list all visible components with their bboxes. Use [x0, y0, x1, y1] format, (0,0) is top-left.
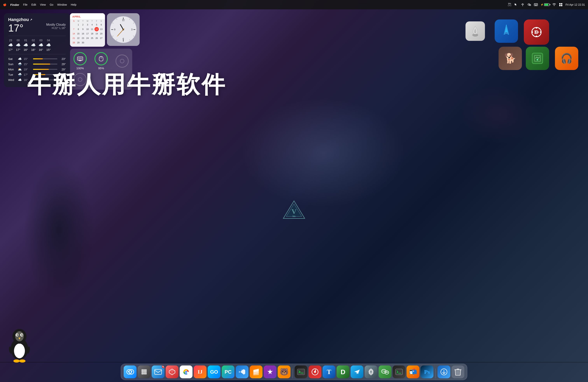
- mouse-battery: 95%: [94, 52, 108, 70]
- file-menu[interactable]: File: [23, 3, 28, 6]
- device3-battery: [116, 54, 129, 68]
- forecast-sun: Sun 🌧️ 15° 29°: [8, 62, 66, 66]
- dock-mail[interactable]: 41: [152, 365, 165, 378]
- mail-badge: 41: [162, 365, 165, 368]
- svg-point-4: [529, 4, 529, 5]
- help-menu[interactable]: Help: [71, 3, 76, 6]
- weather-hour-0: 23 ☁️ 17°: [8, 39, 13, 51]
- dock-wechat[interactable]: [378, 365, 391, 378]
- device4-battery: [74, 73, 87, 86]
- svg-point-5: [530, 5, 530, 5]
- dock-dash[interactable]: D: [336, 365, 349, 378]
- weather-hour-3: 02 ☁️ 16°: [31, 39, 36, 51]
- dock-starred[interactable]: [264, 365, 276, 378]
- svg-point-104: [383, 371, 384, 372]
- dock-sublime[interactable]: [250, 365, 262, 378]
- dock-settings[interactable]: [365, 365, 378, 378]
- yellow-app-icon[interactable]: 🎧: [555, 47, 578, 70]
- dock-vscode[interactable]: [236, 365, 249, 378]
- dock: 41 IJ GO PC: [121, 364, 467, 380]
- svg-point-106: [386, 372, 387, 373]
- svg-point-87: [143, 371, 145, 373]
- clock-widget: 12 3 6 9: [107, 13, 140, 46]
- svg-text:3: 3: [131, 28, 133, 31]
- tux-penguin: [6, 324, 33, 362]
- dock-chrome[interactable]: [180, 365, 192, 378]
- svg-point-6: [530, 5, 531, 5]
- menubar: 🍎 Finder File Edit View Go Window Help 9…: [0, 0, 588, 9]
- dock-trash[interactable]: [452, 365, 464, 378]
- forecast-sat: Sat ☁️ 15° 23°: [8, 57, 66, 61]
- dock-terminal[interactable]: [294, 365, 307, 378]
- svg-text:12: 12: [122, 19, 125, 21]
- battery-indicator: ⚡: [541, 3, 549, 6]
- svg-text:9: 9: [114, 28, 116, 31]
- dock-twigs[interactable]: 🐻: [278, 365, 291, 378]
- wifi-icon[interactable]: [552, 3, 556, 7]
- window-menu[interactable]: Window: [57, 3, 67, 6]
- svg-point-59: [536, 27, 537, 29]
- dock-pycharm[interactable]: PC: [222, 365, 234, 378]
- svg-point-107: [387, 372, 388, 373]
- svg-point-90: [143, 373, 145, 375]
- svg-rect-49: [78, 57, 82, 60]
- edit-menu[interactable]: Edit: [31, 3, 36, 6]
- forecast-wed: Wed ☁️ 16° 22°: [8, 78, 66, 82]
- cursor-tracker-icon[interactable]: [514, 3, 518, 7]
- arch-linux-icon[interactable]: [495, 20, 518, 43]
- dock-finder[interactable]: [124, 365, 136, 378]
- svg-point-82: [131, 371, 132, 372]
- dock-craft[interactable]: [166, 365, 178, 378]
- svg-text:im: im: [293, 215, 295, 218]
- svg-point-0: [522, 4, 523, 5]
- weather-location: Hangzhou ↗: [8, 17, 66, 22]
- weather-hour-1: 00 ☁️ 17°: [16, 39, 21, 51]
- dock-chrome-downloads[interactable]: [438, 365, 450, 378]
- svg-point-85: [145, 369, 147, 371]
- dock-intellij[interactable]: IJ: [194, 365, 207, 378]
- mouse-circle: [94, 52, 108, 65]
- gimp-icon[interactable]: 🐕: [499, 47, 522, 70]
- svg-point-105: [384, 371, 385, 372]
- weather-hour-2: 01 ☁️ 16°: [23, 39, 28, 51]
- dock-goland[interactable]: GO: [208, 365, 221, 378]
- location-icon[interactable]: [521, 3, 525, 7]
- dock-photoshop[interactable]: Ps: [420, 365, 433, 378]
- inkscape-icon[interactable]: [465, 21, 485, 41]
- svg-rect-22: [559, 5, 561, 6]
- linux-mint-icon[interactable]: [526, 47, 549, 70]
- menubar-right: 9% CPU: [508, 3, 585, 7]
- datetime: Fri Apr 12 22:31: [566, 3, 585, 6]
- wechat-tray-icon[interactable]: [527, 3, 531, 7]
- svg-point-84: [143, 369, 145, 371]
- macbook-circle: [74, 52, 87, 65]
- view-menu[interactable]: View: [40, 3, 46, 6]
- keyboard-icon[interactable]: [534, 3, 538, 7]
- svg-rect-65: [532, 53, 543, 64]
- apple-menu[interactable]: 🍎: [3, 3, 6, 6]
- dock-netease[interactable]: [309, 365, 321, 378]
- battery-icon: [544, 3, 549, 6]
- dock-outlook[interactable]: 📬: [407, 365, 420, 378]
- dock-iterm[interactable]: [393, 365, 405, 378]
- app-name[interactable]: Finder: [10, 3, 19, 6]
- dock-telegram[interactable]: [351, 365, 363, 378]
- calendar-month: APRIL: [72, 15, 103, 18]
- dock-launchpad[interactable]: [138, 365, 150, 378]
- svg-text:V: V: [292, 208, 296, 215]
- weather-temperature: 17°: [8, 23, 23, 33]
- device4-circle: [74, 73, 87, 86]
- vim-logo: V im: [282, 200, 306, 220]
- svg-point-78: [15, 331, 24, 341]
- calendar-days-header: S M T W T F S: [72, 20, 104, 22]
- control-center-icon[interactable]: [559, 3, 563, 7]
- svg-point-76: [13, 360, 20, 362]
- forecast-tue: Tue 🌧️ 17° 24°: [8, 73, 66, 76]
- dock-typora[interactable]: T: [323, 365, 336, 378]
- go-menu[interactable]: Go: [50, 3, 53, 6]
- weather-hour-5: 04 ☁️ 15°: [46, 39, 51, 51]
- svg-rect-23: [561, 5, 562, 6]
- svg-point-96: [185, 371, 187, 373]
- rust-app-icon[interactable]: [524, 20, 549, 45]
- dock-separator-2: [435, 369, 436, 378]
